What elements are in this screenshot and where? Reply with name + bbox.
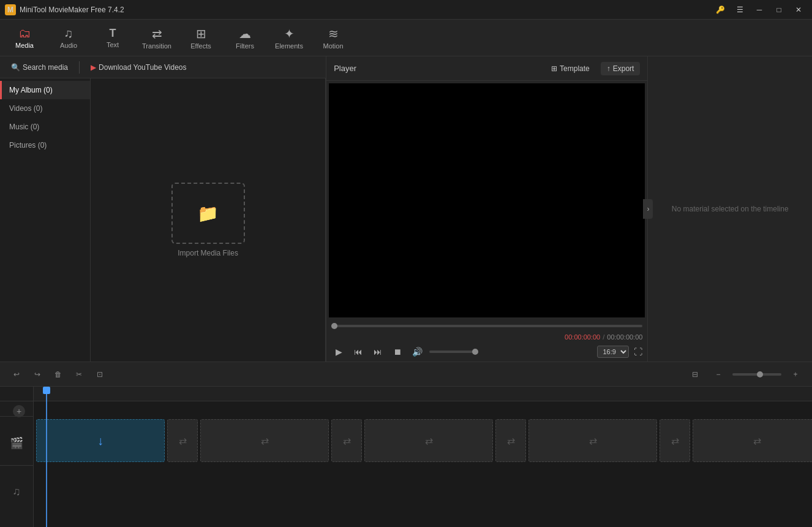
zoom-out-button[interactable]: − (709, 365, 727, 384)
sidebar: My Album (0) Videos (0) Music (0) Pictur… (0, 78, 91, 362)
tab-text-label: Text (107, 41, 119, 48)
transition-clip-3[interactable]: ⇄ (495, 419, 526, 462)
tab-text[interactable]: T Text (91, 21, 135, 55)
bottom-toolbar: ↩ ↪ 🗑 ✂ ⊡ ⊟ − + (0, 362, 812, 386)
media-bar: 🔍 Search media ▶ Download YouTube Videos (0, 56, 326, 78)
left-panel-content: My Album (0) Videos (0) Music (0) Pictur… (0, 78, 326, 362)
player-progress-track[interactable] (331, 325, 642, 327)
title-bar-left: M MiniTool MovieMaker Free 7.4.2 (5, 4, 124, 15)
left-panel: 🔍 Search media ▶ Download YouTube Videos… (0, 56, 326, 362)
media-panel: 📁 Import Media Files (91, 78, 326, 362)
next-frame-button[interactable]: ⏭ (370, 344, 385, 359)
media-tab-icon: 🗂 (18, 26, 31, 40)
effects-tab-icon: ⊞ (196, 26, 206, 41)
maximize-button[interactable]: □ (770, 1, 788, 18)
title-bar-right: 🔑 ☰ ─ □ ✕ (712, 1, 807, 18)
tab-elements[interactable]: ✦ Elements (267, 21, 311, 55)
motion-tab-icon: ≋ (328, 26, 339, 41)
volume-slider[interactable] (429, 351, 478, 353)
player-timeline[interactable] (326, 320, 647, 332)
bottom-toolbar-left: ↩ ↪ 🗑 ✂ ⊡ (7, 365, 109, 384)
cut-button[interactable]: ✂ (70, 365, 88, 384)
import-media-box[interactable]: 📁 (171, 183, 245, 244)
transition-icon-1: ⇄ (179, 435, 187, 447)
zoom-thumb (757, 371, 763, 377)
import-media-label: Import Media Files (178, 249, 238, 257)
transition-clip-2[interactable]: ⇄ (331, 419, 362, 462)
sidebar-item-pictures[interactable]: Pictures (0) (0, 136, 90, 154)
clip-download-icon: ↓ (97, 434, 103, 448)
title-bar: M MiniTool MovieMaker Free 7.4.2 🔑 ☰ ─ □… (0, 0, 812, 20)
tab-bar: 🗂 Media ♫ Audio T Text ⇄ Transition ⊞ Ef… (0, 20, 812, 56)
search-media-button[interactable]: 🔍 Search media (5, 61, 74, 74)
undo-button[interactable]: ↩ (7, 365, 26, 384)
fullscreen-button[interactable]: ⛶ (634, 347, 642, 357)
split-screen-button[interactable]: ⊟ (686, 365, 704, 384)
template-button[interactable]: ⊞ Template (545, 62, 596, 75)
folder-icon: 📁 (197, 203, 219, 224)
crop-button[interactable]: ⊡ (91, 365, 109, 384)
transition-icon-4: ⇄ (425, 435, 433, 447)
transition-clip-1[interactable]: ⇄ (167, 419, 198, 462)
delete-button[interactable]: 🗑 (49, 365, 67, 384)
bottom-toolbar-right: ⊟ − + (686, 365, 805, 384)
minimize-button[interactable]: ─ (751, 1, 768, 18)
sidebar-item-videos[interactable]: Videos (0) (0, 99, 90, 118)
player-area: Player ⊞ Template ↑ Export (326, 56, 648, 362)
collapse-panel-button[interactable]: › (643, 199, 653, 219)
zoom-in-button[interactable]: + (786, 365, 805, 384)
player-controls: ▶ ⏮ ⏭ ⏹ 🔊 16:9 9:16 1:1 4:3 21:9 ⛶ (326, 342, 647, 362)
download-youtube-label: Download YouTube Videos (99, 63, 186, 72)
video-track-icon: 🎬 (0, 416, 33, 465)
sidebar-item-music[interactable]: Music (0) (0, 118, 90, 136)
player-time: 00:00:00:00 / 00:00:00:00 (326, 332, 647, 342)
volume-icon[interactable]: 🔊 (410, 344, 424, 359)
video-track-row: ↓ ⇄ ⇄ ⇄ ⇄ ⇄ ⇄ (34, 416, 812, 465)
tab-motion[interactable]: ≋ Motion (311, 21, 355, 55)
add-track-button[interactable]: + (13, 405, 25, 417)
app-logo: M (5, 4, 16, 15)
tab-media[interactable]: 🗂 Media (2, 21, 47, 55)
tab-filters[interactable]: ☁ Filters (223, 21, 267, 55)
menu-icon[interactable]: ☰ (731, 1, 748, 18)
app-body: M MiniTool MovieMaker Free 7.4.2 🔑 ☰ ─ □… (0, 0, 812, 527)
redo-button[interactable]: ↪ (28, 365, 47, 384)
export-icon: ↑ (607, 64, 611, 73)
transition-icon-3: ⇄ (343, 435, 351, 447)
timeline-tracks-label: + 🎬 ♫ (0, 387, 34, 527)
download-youtube-button[interactable]: ▶ Download YouTube Videos (85, 61, 192, 74)
player-header: Player ⊞ Template ↑ Export (326, 56, 647, 81)
app-name: MiniTool MovieMaker Free 7.4.2 (20, 6, 124, 14)
sidebar-item-my-album[interactable]: My Album (0) (0, 81, 90, 99)
export-button[interactable]: ↑ Export (601, 62, 641, 75)
video-clip-2[interactable]: ⇄ (200, 419, 329, 462)
youtube-icon: ▶ (91, 63, 96, 72)
search-icon: 🔍 (11, 63, 20, 72)
stop-button[interactable]: ⏹ (390, 344, 405, 359)
search-media-label: Search media (23, 63, 68, 72)
video-clip-3[interactable]: ⇄ (364, 419, 493, 462)
tab-transition[interactable]: ⇄ Transition (135, 21, 179, 55)
close-button[interactable]: ✕ (790, 1, 807, 18)
tab-transition-label: Transition (142, 42, 171, 50)
transition-icon-5: ⇄ (507, 435, 515, 447)
video-canvas (329, 83, 645, 317)
play-button[interactable]: ▶ (331, 344, 346, 359)
zoom-slider[interactable] (732, 373, 781, 376)
timeline-ruler (34, 387, 812, 401)
player-progress-thumb (331, 323, 337, 329)
tab-audio[interactable]: ♫ Audio (47, 21, 91, 55)
aspect-ratio-select[interactable]: 16:9 9:16 1:1 4:3 21:9 (597, 346, 629, 358)
audio-track-row (34, 465, 812, 514)
tab-effects[interactable]: ⊞ Effects (179, 21, 223, 55)
audio-tab-icon: ♫ (64, 26, 73, 40)
audio-track-icon: ♫ (0, 465, 33, 514)
video-clip-4[interactable]: ⇄ (528, 419, 657, 462)
template-icon: ⊞ (551, 64, 557, 73)
transition-icon-7: ⇄ (671, 435, 679, 447)
video-clip-1[interactable]: ↓ (36, 419, 165, 462)
prev-frame-button[interactable]: ⏮ (351, 344, 366, 359)
video-clip-5[interactable]: ⇄ (693, 419, 812, 462)
transition-clip-4[interactable]: ⇄ (660, 419, 690, 462)
key-icon[interactable]: 🔑 (712, 1, 729, 18)
